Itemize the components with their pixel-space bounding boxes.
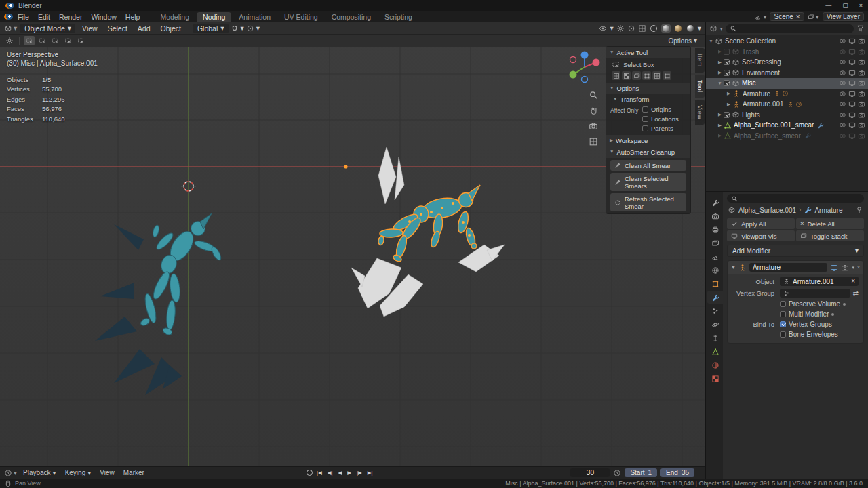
workspace-tab-noding[interactable]: Noding — [197, 12, 231, 22]
outliner-row-set-dressing[interactable]: ▶ Set-Dressing — [706, 57, 868, 68]
hide-eye-icon[interactable] — [839, 111, 846, 119]
shading-dropdown-icon[interactable]: ▾ — [698, 24, 701, 32]
timeline-editor-button[interactable]: ▾ — [4, 469, 17, 477]
hide-eye-icon[interactable] — [839, 69, 846, 77]
play-button[interactable]: ▶ — [346, 469, 353, 476]
end-frame-field[interactable]: End35 — [660, 468, 694, 477]
display-viewport-toggle-icon[interactable] — [830, 264, 838, 272]
workspace-tab-animation[interactable]: Animation — [233, 12, 277, 22]
tab-view-layer[interactable] — [707, 237, 723, 249]
jump-to-start-button[interactable]: |◀ — [315, 469, 323, 476]
prev-keyframe-button[interactable]: ◀| — [326, 469, 334, 476]
add-menu[interactable]: Add — [134, 24, 154, 33]
outliner-row-scene-collection[interactable]: ▼ Scene Collection — [706, 36, 868, 47]
refresh-selected-smear-button[interactable]: Refresh Selected Smear — [610, 193, 686, 211]
tab-material[interactable] — [707, 359, 723, 371]
mask-toggle-icon[interactable] — [622, 71, 631, 80]
object-visibility-icon[interactable] — [599, 24, 607, 33]
mask-toggle-icon[interactable] — [632, 71, 641, 80]
outliner-row-misc[interactable]: ▼ Misc — [706, 78, 868, 89]
mask-toggle-icon[interactable] — [642, 71, 651, 80]
current-frame-field[interactable]: 30 — [570, 468, 610, 477]
camera-view-icon[interactable] — [589, 121, 598, 131]
overlays-toggle-icon[interactable] — [627, 24, 635, 33]
tab-world[interactable] — [707, 264, 723, 277]
animate-dot-icon[interactable] — [831, 313, 834, 316]
sidebar-tab-view[interactable]: View — [695, 100, 705, 125]
clear-scene-icon[interactable]: × — [796, 14, 800, 20]
hide-eye-icon[interactable] — [839, 100, 846, 108]
shading-material-button[interactable] — [673, 24, 683, 33]
bind-vertex-groups-checkbox[interactable]: Vertex Groups — [780, 321, 832, 328]
expand-icon[interactable]: ▼ — [716, 81, 724, 85]
workspace-header[interactable]: ▶ Workspace — [606, 135, 690, 146]
maximize-button[interactable]: ▢ — [842, 2, 848, 9]
tool-gear-icon[interactable] — [4, 36, 15, 45]
expand-icon[interactable]: ▶ — [716, 123, 724, 128]
hide-eye-icon[interactable] — [839, 58, 846, 66]
sidebar-tab-item[interactable]: Item — [695, 48, 705, 73]
snap-magnet-icon[interactable] — [231, 24, 239, 33]
invert-vertex-group-icon[interactable]: ⇄ — [853, 290, 859, 297]
options-header[interactable]: ▼ Options — [606, 83, 690, 94]
pin-icon[interactable] — [855, 206, 863, 214]
outliner-row-alpha-surface-smear[interactable]: ▶ Alpha_Surface_smear — [706, 131, 868, 142]
select-mode-intersect-icon[interactable] — [75, 36, 86, 45]
shading-rendered-button[interactable] — [686, 24, 695, 33]
outliner-editor-icon[interactable] — [709, 24, 717, 33]
select-mode-subtract-icon[interactable] — [50, 36, 60, 45]
viewport-disable-icon[interactable] — [848, 132, 856, 140]
proportional-editing-icon[interactable] — [246, 24, 254, 33]
viewport-disable-icon[interactable] — [848, 121, 856, 129]
preserve-volume-checkbox[interactable]: Preserve Volume — [780, 300, 840, 308]
keying-menu[interactable]: Keying▾ — [62, 468, 94, 477]
autosmear-header[interactable]: ▼ AutoSmear Cleanup — [606, 146, 690, 158]
modifier-name-field[interactable]: Armature — [749, 263, 827, 272]
parents-checkbox[interactable]: Parents — [642, 125, 679, 132]
object-menu[interactable]: Object — [157, 24, 184, 33]
clean-selected-smears-button[interactable]: Clean Selected Smears — [610, 173, 686, 191]
remove-modifier-icon[interactable]: × — [857, 265, 860, 270]
tab-modifiers[interactable] — [707, 291, 723, 304]
browse-scene-button[interactable]: ▾ — [755, 14, 766, 20]
dropdown-icon[interactable]: ▾ — [720, 26, 723, 31]
playback-menu[interactable]: Playback▾ — [20, 468, 59, 477]
render-disable-icon[interactable] — [858, 111, 865, 119]
exclude-checkbox[interactable] — [724, 59, 730, 65]
bind-bone-envelopes-checkbox[interactable]: Bone Envelopes — [780, 331, 838, 338]
exclude-checkbox[interactable] — [724, 70, 730, 76]
minimize-button[interactable]: — — [825, 2, 831, 9]
render-disable-icon[interactable] — [858, 79, 865, 87]
workspace-tab-compositing[interactable]: Compositing — [326, 12, 377, 22]
character-selected[interactable] — [351, 147, 505, 317]
tab-tool[interactable] — [707, 196, 723, 209]
mask-toggle-icon[interactable] — [652, 71, 661, 80]
blender-menu-icon[interactable] — [4, 14, 13, 20]
outliner-search-input[interactable] — [726, 24, 854, 33]
preview-range-icon[interactable] — [613, 469, 621, 477]
active-tool-select-box[interactable]: Select Box — [606, 58, 690, 70]
jump-to-end-button[interactable]: ▶| — [366, 469, 374, 476]
outliner-row-lights[interactable]: ▶ Lights — [706, 110, 868, 121]
outliner-row-armature-001[interactable]: ▶ Armature.001 — [706, 99, 868, 110]
xray-toggle-icon[interactable] — [638, 24, 646, 33]
outliner-row-trash[interactable]: ▶ Trash — [706, 47, 868, 58]
active-tool-header[interactable]: ▼ Active Tool — [606, 47, 690, 58]
auto-key-button[interactable] — [307, 470, 313, 476]
ortho-toggle-icon[interactable] — [589, 137, 598, 146]
select-mode-new-icon[interactable] — [24, 36, 35, 45]
apply-all-button[interactable]: Apply All — [727, 218, 795, 229]
viewport-disable-icon[interactable] — [848, 100, 856, 108]
orientation-dropdown[interactable]: Global ▾ — [193, 24, 229, 33]
render-disable-icon[interactable] — [858, 132, 865, 140]
tab-output[interactable] — [707, 223, 723, 236]
delete-all-button[interactable]: ×Delete All — [796, 218, 864, 229]
viewport-disable-icon[interactable] — [848, 37, 856, 45]
select-mode-invert-icon[interactable] — [62, 36, 73, 45]
workspace-tab-modeling[interactable]: Modeling — [154, 12, 195, 22]
outliner-row-environment[interactable]: ▶ Environment — [706, 68, 868, 79]
collapse-arrow-icon[interactable]: ▼ — [731, 265, 736, 270]
viewport-disable-icon[interactable] — [848, 48, 856, 56]
start-frame-field[interactable]: Start1 — [625, 468, 657, 477]
select-menu[interactable]: Select — [104, 24, 131, 33]
